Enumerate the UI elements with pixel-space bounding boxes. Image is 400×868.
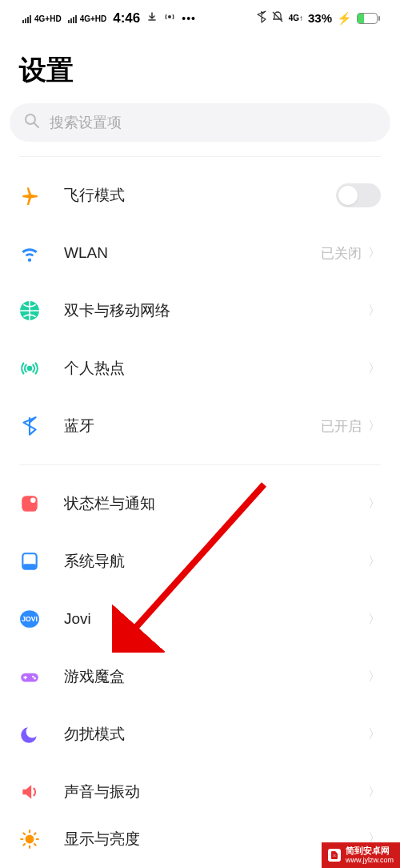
status-right: 4G↑ 33% ⚡ — [257, 10, 378, 26]
signal-2: 4G+HD — [68, 14, 107, 23]
watermark-title: 简到安卓网 — [346, 846, 394, 856]
chevron-right-icon: 〉 — [368, 611, 381, 628]
row-dnd[interactable]: 勿扰模式 〉 — [0, 705, 400, 763]
row-dualsim[interactable]: 双卡与移动网络 〉 — [0, 282, 400, 340]
row-label: Jovi — [64, 610, 368, 628]
svg-rect-13 — [22, 496, 38, 512]
row-sysnav[interactable]: 系统导航 〉 — [0, 532, 400, 590]
row-sound[interactable]: 声音与振动 〉 — [0, 763, 400, 821]
notification-icon — [19, 493, 40, 514]
row-statusbar-notif[interactable]: 状态栏与通知 〉 — [0, 475, 400, 532]
svg-line-29 — [23, 843, 25, 845]
svg-rect-3 — [30, 15, 31, 23]
row-jovi[interactable]: JOVI Jovi 〉 — [0, 590, 400, 648]
download-icon — [146, 11, 158, 25]
page-title: 设置 — [0, 36, 400, 103]
svg-point-22 — [26, 834, 34, 843]
chevron-right-icon: 〉 — [368, 496, 381, 512]
chevron-right-icon: 〉 — [368, 360, 381, 377]
navigation-icon — [19, 551, 40, 572]
charging-icon: ⚡ — [337, 11, 352, 26]
svg-line-27 — [23, 833, 25, 834]
svg-rect-1 — [25, 18, 26, 23]
chevron-right-icon: 〉 — [368, 418, 381, 435]
row-gamebox[interactable]: 游戏魔盒 〉 — [0, 648, 400, 705]
svg-rect-5 — [70, 18, 72, 23]
chevron-right-icon: 〉 — [368, 784, 381, 801]
row-label: 系统导航 — [64, 551, 368, 572]
row-label: 双卡与移动网络 — [64, 300, 368, 321]
row-airplane[interactable]: 飞行模式 — [0, 167, 400, 224]
more-icon: ••• — [182, 12, 196, 25]
svg-point-12 — [27, 366, 33, 372]
search-box[interactable] — [10, 103, 390, 142]
moon-icon — [19, 724, 40, 745]
svg-rect-6 — [73, 17, 74, 23]
airplane-icon — [19, 185, 40, 206]
signal-1: 4G+HD — [22, 14, 62, 23]
svg-rect-0 — [22, 20, 24, 23]
svg-line-30 — [34, 833, 36, 834]
battery-icon — [357, 13, 378, 24]
watermark: 简到安卓网 www.jylzw.com — [322, 842, 400, 868]
watermark-logo-icon — [328, 849, 341, 862]
chevron-right-icon: 〉 — [368, 553, 381, 570]
airplane-toggle[interactable] — [336, 183, 381, 207]
svg-rect-4 — [68, 20, 70, 23]
chevron-right-icon: 〉 — [368, 669, 381, 685]
bluetooth-icon — [19, 416, 40, 436]
svg-rect-7 — [75, 15, 77, 23]
svg-line-10 — [34, 123, 38, 127]
hotspot-indicator-icon — [164, 11, 175, 25]
row-label: 蓝牙 — [64, 416, 321, 436]
speaker-icon — [19, 782, 40, 802]
gamepad-icon — [19, 666, 40, 687]
svg-line-28 — [34, 843, 36, 845]
chevron-right-icon: 〉 — [368, 303, 381, 319]
chevron-right-icon: 〉 — [368, 245, 381, 262]
row-bluetooth[interactable]: 蓝牙 已开启 〉 — [0, 397, 400, 455]
watermark-url: www.jylzw.com — [346, 856, 394, 865]
jovi-icon: JOVI — [19, 609, 40, 629]
row-label: 游戏魔盒 — [64, 666, 368, 687]
row-label: 状态栏与通知 — [64, 493, 368, 514]
chevron-right-icon: 〉 — [368, 726, 381, 743]
brightness-icon — [19, 829, 40, 850]
battery-percent: 33% — [308, 11, 332, 25]
svg-point-20 — [32, 676, 34, 678]
svg-rect-19 — [21, 673, 38, 682]
search-input[interactable] — [50, 115, 376, 131]
svg-rect-16 — [22, 564, 36, 569]
svg-point-14 — [30, 497, 36, 503]
hotspot-icon — [19, 358, 40, 379]
network-type: 4G↑ — [289, 14, 303, 22]
svg-text:JOVI: JOVI — [22, 615, 38, 623]
row-label: 勿扰模式 — [64, 724, 368, 745]
clock: 4:46 — [113, 10, 140, 26]
row-wlan[interactable]: WLAN 已关闭 〉 — [0, 224, 400, 282]
globe-icon — [19, 300, 40, 321]
row-label: 飞行模式 — [64, 185, 336, 206]
svg-point-9 — [26, 115, 35, 124]
dnd-status-icon — [271, 10, 284, 26]
search-icon — [24, 113, 40, 132]
svg-rect-2 — [27, 17, 29, 23]
row-value: 已开启 — [321, 417, 362, 436]
svg-point-21 — [34, 677, 36, 680]
bluetooth-status-icon — [257, 10, 266, 26]
row-hotspot[interactable]: 个人热点 〉 — [0, 340, 400, 397]
row-label: 个人热点 — [64, 358, 368, 379]
status-bar: 4G+HD 4G+HD 4:46 ••• 4G↑ 33% ⚡ — [0, 0, 400, 36]
row-label: 声音与振动 — [64, 782, 368, 802]
status-left: 4G+HD 4G+HD 4:46 ••• — [22, 10, 196, 26]
svg-point-8 — [168, 15, 171, 18]
row-label: WLAN — [64, 244, 321, 262]
row-value: 已关闭 — [321, 244, 362, 263]
wifi-icon — [19, 243, 40, 263]
